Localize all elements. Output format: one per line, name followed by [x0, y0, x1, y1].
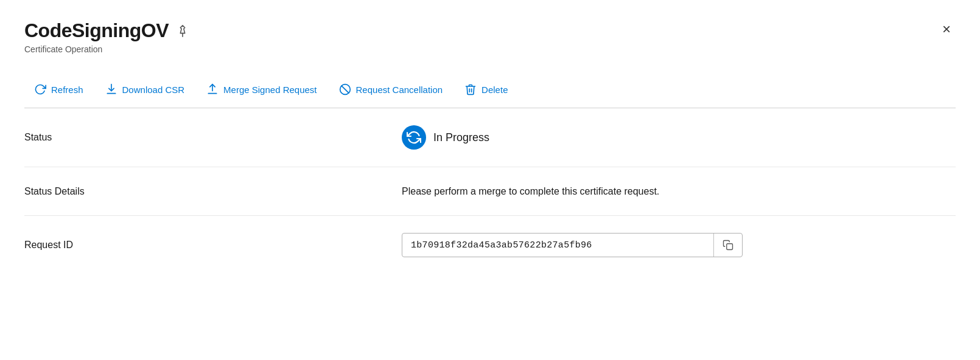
- request-id-value-container: 1b70918f32da45a3ab57622b27a5fb96: [402, 233, 956, 257]
- refresh-label: Refresh: [51, 85, 83, 95]
- status-row: Status In Progress: [24, 108, 956, 167]
- request-cancellation-button[interactable]: Request Cancellation: [329, 78, 453, 100]
- content-area: Status In Progress Status Details Please…: [24, 108, 956, 274]
- download-icon: [105, 83, 117, 95]
- request-cancellation-label: Request Cancellation: [356, 85, 443, 95]
- request-id-row: Request ID 1b70918f32da45a3ab57622b27a5f…: [24, 216, 956, 274]
- request-id-label: Request ID: [24, 240, 158, 251]
- pin-icon[interactable]: [176, 24, 189, 41]
- copy-icon: [723, 240, 733, 251]
- request-id-text: 1b70918f32da45a3ab57622b27a5fb96: [402, 234, 713, 257]
- merge-signed-request-button[interactable]: Merge Signed Request: [197, 78, 326, 100]
- refresh-button[interactable]: Refresh: [24, 78, 93, 100]
- trash-icon: [464, 83, 477, 95]
- merge-signed-request-label: Merge Signed Request: [223, 85, 317, 95]
- delete-button[interactable]: Delete: [455, 78, 517, 100]
- status-details-value: Please perform a merge to complete this …: [402, 186, 956, 197]
- title-group: CodeSigningOV Certificate Operation: [24, 19, 189, 54]
- svg-line-6: [341, 86, 349, 93]
- cancel-icon: [339, 83, 351, 95]
- refresh-icon: [34, 83, 46, 95]
- panel-header: CodeSigningOV Certificate Operation ×: [24, 19, 956, 54]
- panel-subtitle: Certificate Operation: [24, 44, 189, 54]
- download-csr-button[interactable]: Download CSR: [96, 78, 195, 100]
- status-details-row: Status Details Please perform a merge to…: [24, 167, 956, 216]
- status-label: Status: [24, 132, 158, 143]
- panel-title: CodeSigningOV: [24, 19, 169, 42]
- status-value: In Progress: [402, 125, 956, 150]
- request-id-input-group: 1b70918f32da45a3ab57622b27a5fb96: [402, 233, 743, 257]
- toolbar: Refresh Download CSR Merge: [24, 71, 956, 108]
- status-details-label: Status Details: [24, 186, 158, 197]
- close-button[interactable]: ×: [937, 19, 956, 39]
- title-row: CodeSigningOV: [24, 19, 189, 42]
- upload-icon: [206, 83, 219, 95]
- delete-label: Delete: [481, 85, 508, 95]
- copy-request-id-button[interactable]: [713, 234, 742, 257]
- download-csr-label: Download CSR: [122, 85, 185, 95]
- svg-rect-7: [727, 244, 733, 250]
- in-progress-icon: [402, 125, 426, 150]
- status-details-text: Please perform a merge to complete this …: [402, 186, 659, 197]
- detail-panel: CodeSigningOV Certificate Operation ×: [0, 0, 980, 360]
- status-text: In Progress: [433, 131, 489, 144]
